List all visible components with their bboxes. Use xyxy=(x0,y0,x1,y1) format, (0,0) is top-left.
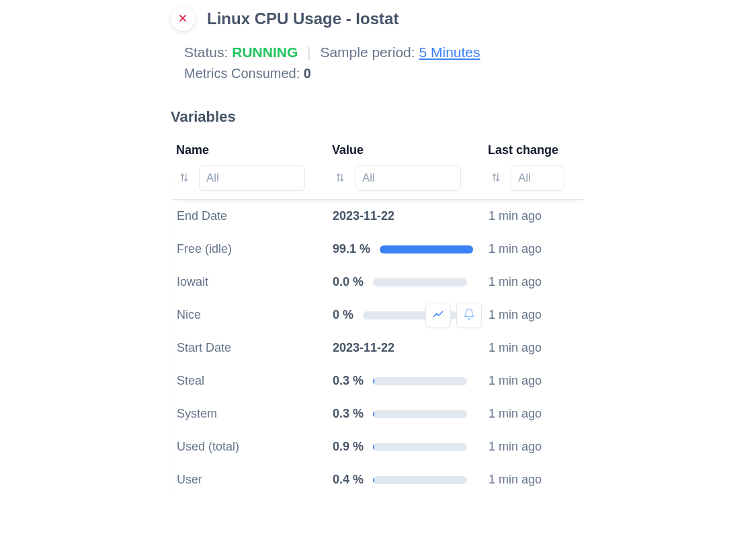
progress-bar xyxy=(373,278,467,286)
row-name: Used (total) xyxy=(177,440,333,454)
progress-bar-fill xyxy=(373,377,374,385)
row-value-cell: 99.1 % xyxy=(333,242,489,256)
alert-button[interactable] xyxy=(456,303,482,328)
table-row[interactable]: Start Date2023-11-221 min ago xyxy=(171,332,584,364)
column-header-value: Value xyxy=(332,143,488,157)
row-value: 0.0 % xyxy=(333,275,364,289)
row-last-change: 1 min ago xyxy=(489,440,577,454)
row-last-change: 1 min ago xyxy=(489,473,577,487)
progress-bar-fill xyxy=(373,443,374,451)
sort-icon xyxy=(179,172,190,185)
row-last-change: 1 min ago xyxy=(489,308,577,322)
row-name: Nice xyxy=(177,308,333,322)
status-value: RUNNING xyxy=(232,44,298,60)
row-value: 0.3 % xyxy=(333,407,364,421)
separator: | xyxy=(307,44,310,60)
filter-last-change-input[interactable] xyxy=(511,165,564,191)
status-line: Status: RUNNING | Sample period: 5 Minut… xyxy=(184,44,601,61)
chart-button[interactable] xyxy=(425,303,451,328)
row-name: System xyxy=(177,407,333,421)
sample-period-label: Sample period: xyxy=(320,44,415,60)
row-value-cell: 2023-11-22 xyxy=(333,341,489,355)
row-value-cell: 0.3 % xyxy=(333,407,489,421)
sort-last-change-button[interactable] xyxy=(488,170,504,186)
bell-icon xyxy=(463,308,475,322)
table-body: End Date2023-11-221 min agoFree (idle)99… xyxy=(171,200,584,496)
table-row[interactable]: Used (total)0.9 %1 min ago xyxy=(171,430,584,463)
progress-bar xyxy=(373,377,467,385)
row-last-change: 1 min ago xyxy=(489,374,577,388)
table-row[interactable]: Steal0.3 %1 min ago xyxy=(171,364,584,397)
sort-icon xyxy=(491,172,501,185)
table-filter-row xyxy=(171,163,584,200)
progress-bar xyxy=(373,410,467,418)
column-header-name: Name xyxy=(176,143,332,157)
progress-bar-fill xyxy=(380,245,473,254)
metrics-line: Metrics Consumed: 0 xyxy=(184,66,601,81)
row-value-cell: 0.4 % xyxy=(333,473,489,487)
sort-name-button[interactable] xyxy=(176,170,192,186)
detail-panel: Linux CPU Usage - Iostat Status: RUNNING… xyxy=(171,0,601,496)
column-header-last-change: Last change xyxy=(488,143,577,157)
panel-header: Linux CPU Usage - Iostat xyxy=(171,7,601,31)
progress-bar xyxy=(373,476,467,484)
table-row[interactable]: System0.3 %1 min ago xyxy=(171,397,584,430)
row-value: 0.3 % xyxy=(333,374,364,388)
row-value: 2023-11-22 xyxy=(333,341,394,355)
row-last-change: 1 min ago xyxy=(489,275,577,289)
close-button[interactable] xyxy=(171,7,195,31)
row-name: Free (idle) xyxy=(177,242,333,256)
sort-value-button[interactable] xyxy=(332,170,348,186)
close-icon xyxy=(178,13,187,25)
row-value: 2023-11-22 xyxy=(333,209,394,223)
row-name: User xyxy=(177,473,333,487)
row-value-cell: 2023-11-22 xyxy=(333,209,489,223)
row-value-cell: 0.0 % xyxy=(333,275,489,289)
filter-value-input[interactable] xyxy=(355,165,461,191)
variables-table: Name Value Last change xyxy=(171,138,584,496)
row-value-cell: 0 % xyxy=(333,308,489,322)
page-title: Linux CPU Usage - Iostat xyxy=(207,9,398,28)
sample-period-link[interactable]: 5 Minutes xyxy=(419,44,480,60)
row-last-change: 1 min ago xyxy=(489,209,577,223)
row-name: Iowait xyxy=(177,275,333,289)
progress-bar-fill xyxy=(373,410,374,418)
row-value-cell: 0.3 % xyxy=(333,374,489,388)
row-value: 0.4 % xyxy=(333,473,364,487)
row-name: End Date xyxy=(177,209,333,223)
section-title: Variables xyxy=(171,108,601,126)
progress-bar xyxy=(373,443,467,451)
metrics-label: Metrics Consumed: xyxy=(184,66,300,81)
metrics-value: 0 xyxy=(304,66,311,81)
filter-name-input[interactable] xyxy=(199,165,305,191)
sort-icon xyxy=(335,172,345,185)
table-row[interactable]: Iowait0.0 %1 min ago xyxy=(171,266,584,299)
row-last-change: 1 min ago xyxy=(489,407,577,421)
row-name: Steal xyxy=(177,374,333,388)
table-row[interactable]: Free (idle)99.1 %1 min ago xyxy=(171,233,584,266)
row-last-change: 1 min ago xyxy=(489,242,577,256)
row-name: Start Date xyxy=(177,341,333,355)
table-row[interactable]: User0.4 %1 min ago xyxy=(171,463,584,496)
row-value: 0 % xyxy=(333,308,353,322)
progress-bar xyxy=(380,245,474,254)
chart-line-icon xyxy=(432,308,444,322)
row-value-cell: 0.9 % xyxy=(333,440,489,454)
row-actions xyxy=(425,303,482,328)
table-row[interactable]: Nice0 %1 min ago xyxy=(171,299,584,332)
table-header-row: Name Value Last change xyxy=(171,138,584,163)
progress-bar-fill xyxy=(373,476,374,484)
row-last-change: 1 min ago xyxy=(489,341,577,355)
status-label: Status: xyxy=(184,44,228,60)
row-value: 0.9 % xyxy=(333,440,364,454)
row-value: 99.1 % xyxy=(333,242,370,256)
table-row[interactable]: End Date2023-11-221 min ago xyxy=(171,200,584,233)
